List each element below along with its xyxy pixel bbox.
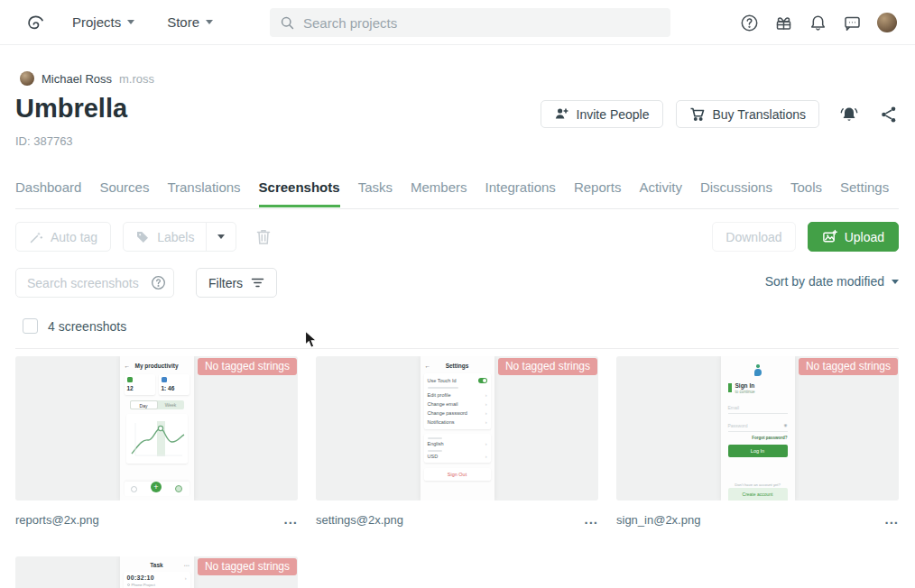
list-divider [15, 348, 899, 349]
forgot-password-link: Forgot password? [728, 436, 788, 440]
select-all-checkbox[interactable] [23, 318, 38, 334]
chevron-down-icon [892, 280, 899, 284]
invite-people-label: Invite People [577, 107, 650, 122]
screenshot-thumbnail[interactable]: No tagged strings Task⋯ 00:32:10 › Phone… [15, 556, 298, 588]
app-logo-mock [753, 364, 762, 376]
image-add-icon [822, 229, 837, 244]
auto-tag-button[interactable]: Auto tag [15, 222, 111, 252]
setting-label: Use Touch Id [428, 378, 457, 383]
search-icon [280, 15, 295, 31]
thumb-phone-mock: Task⋯ 00:32:10 › Phone Project [120, 556, 194, 588]
timer-value: 00:32:10 [127, 574, 154, 581]
tab-tasks[interactable]: Tasks [358, 179, 393, 207]
upload-button[interactable]: Upload [808, 222, 899, 252]
tab-sources[interactable]: Sources [99, 179, 149, 207]
card-menu-button[interactable]: ... [584, 515, 598, 524]
sort-label: Sort by date modified [765, 274, 884, 289]
chat-icon[interactable] [843, 14, 862, 32]
screenshot-thumbnail[interactable]: No tagged strings ←My productivity 12 1:… [15, 356, 298, 501]
tab-settings[interactable]: Settings [840, 179, 889, 207]
bell-icon[interactable] [809, 14, 827, 32]
cart-icon [689, 106, 706, 122]
share-icon[interactable] [879, 105, 899, 124]
tab-screenshots[interactable]: Screenshots [259, 179, 340, 207]
help-icon[interactable] [740, 14, 759, 32]
tab-tools[interactable]: Tools [790, 179, 822, 207]
buy-translations-label: Buy Translations [713, 107, 807, 122]
check-icon [175, 485, 182, 492]
back-arrow: ← [425, 363, 431, 369]
thumb-title: Task [150, 562, 162, 568]
watch-bell-icon[interactable] [839, 105, 859, 124]
screenshot-card-reports: No tagged strings ←My productivity 12 1:… [15, 356, 298, 528]
project-tabs: Dashboard Sources Translations Screensho… [15, 179, 899, 207]
global-search[interactable] [270, 8, 670, 37]
tab-activity[interactable]: Activity [639, 179, 682, 207]
tab-members[interactable]: Members [411, 179, 467, 207]
owner-avatar [20, 71, 34, 86]
thumb-title: Settings [446, 363, 469, 369]
chevron-down-icon [127, 20, 134, 24]
no-tagged-strings-badge: No tagged strings [498, 358, 597, 375]
app-logo-icon[interactable] [24, 12, 46, 33]
screenshot-card-sign-in: No tagged strings Sign In to continue Em… [616, 356, 899, 528]
tabs-divider [15, 208, 899, 209]
segment-week: Week [158, 400, 184, 409]
nav-store[interactable]: Store [167, 14, 213, 30]
labels-button[interactable]: Labels [124, 223, 206, 251]
magic-wand-icon [29, 230, 43, 244]
filters-button[interactable]: Filters [196, 268, 277, 298]
download-label: Download [726, 230, 781, 244]
delete-icon[interactable] [255, 228, 272, 246]
setting-label: Edit profile [428, 392, 451, 398]
thumb-phone-mock: ←Settings Use Touch Id Edit profile› Cha… [421, 356, 494, 501]
buy-translations-button[interactable]: Buy Translations [676, 100, 820, 128]
screenshot-thumbnail[interactable]: No tagged strings ←Settings Use Touch Id… [316, 356, 598, 501]
invite-people-button[interactable]: Invite People [541, 100, 663, 128]
chevron-down-icon [206, 20, 213, 24]
labels-label: Labels [157, 230, 194, 244]
thumb-phone-mock: Sign In to continue Email Password◉ Forg… [721, 356, 795, 501]
project-id: ID: 387763 [15, 134, 73, 148]
tab-integrations[interactable]: Integrations [485, 179, 555, 207]
nav-projects-label: Projects [72, 14, 121, 30]
stat-value: 12 [127, 385, 152, 391]
screenshot-card-settings: No tagged strings ←Settings Use Touch Id… [316, 356, 598, 528]
global-search-input[interactable] [303, 15, 628, 31]
nav-store-label: Store [167, 14, 199, 30]
setting-label: Change email [428, 401, 458, 407]
tab-discussions[interactable]: Discussions [700, 179, 772, 207]
email-placeholder: Email [728, 405, 740, 410]
tab-dashboard[interactable]: Dashboard [15, 179, 81, 207]
top-navbar: Projects Store [0, 0, 915, 45]
chevron-down-icon [217, 234, 225, 239]
screenshot-count: 4 screenshots [48, 319, 126, 334]
card-menu-button[interactable]: ... [884, 515, 899, 524]
thumb-title: My productivity [134, 363, 178, 369]
no-tagged-strings-badge: No tagged strings [198, 358, 297, 375]
no-tagged-strings-badge: No tagged strings [799, 358, 898, 375]
sort-dropdown[interactable]: Sort by date modified [765, 274, 899, 289]
card-menu-button[interactable]: ... [283, 515, 298, 524]
setting-label: USD [428, 454, 439, 459]
help-circle-icon[interactable] [151, 275, 166, 290]
log-in-button-mock: Log In [728, 445, 788, 457]
screenshot-card-task: No tagged strings Task⋯ 00:32:10 › Phone… [15, 556, 298, 588]
tab-reports[interactable]: Reports [574, 179, 622, 207]
filter-icon [251, 277, 264, 289]
user-avatar[interactable] [877, 13, 897, 32]
project-owner[interactable]: Michael Ross m.ross [20, 71, 154, 86]
thumb-phone-mock: ←My productivity 12 1: 46 Day Week + [120, 356, 194, 501]
clock-icon [131, 486, 137, 492]
screenshot-filename: sign_in@2x.png [616, 513, 700, 527]
download-button[interactable]: Download [712, 222, 795, 252]
eye-icon: ◉ [784, 423, 788, 428]
tab-translations[interactable]: Translations [167, 179, 240, 207]
page-title: Umbrella [15, 94, 127, 124]
gift-icon[interactable] [774, 14, 793, 32]
tag-icon [135, 230, 150, 244]
screenshot-thumbnail[interactable]: No tagged strings Sign In to continue Em… [616, 356, 899, 501]
nav-projects[interactable]: Projects [72, 14, 134, 30]
labels-dropdown-button[interactable] [206, 223, 236, 251]
filters-label: Filters [208, 276, 243, 290]
